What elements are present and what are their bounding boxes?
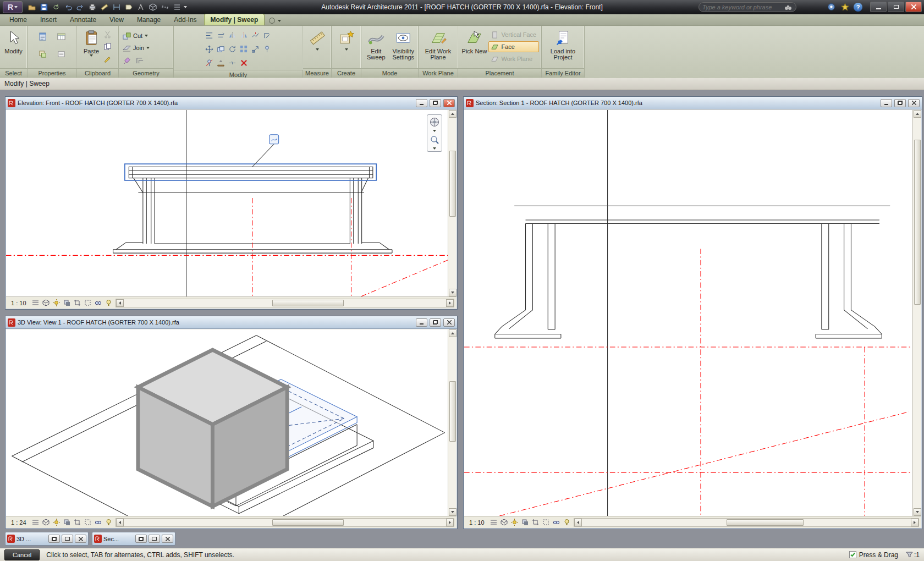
view-scale-button[interactable]: 1 : 10 (8, 299, 29, 307)
maximize-button[interactable] (148, 535, 160, 543)
ribbon-state-toggle-icon[interactable] (269, 18, 275, 24)
split-with-gap-icon[interactable] (227, 58, 238, 68)
tab-add-ins[interactable]: Add-Ins (168, 14, 202, 25)
shadows-icon[interactable] (63, 299, 72, 307)
detail-level-icon[interactable] (31, 299, 40, 307)
close-button[interactable] (443, 318, 455, 327)
aligned-dimension-icon[interactable] (111, 2, 122, 13)
sync-icon[interactable] (51, 2, 61, 13)
minimize-button[interactable] (416, 99, 427, 107)
cut-geometry-button[interactable]: Cut (120, 30, 172, 42)
close-button[interactable] (443, 99, 455, 107)
close-button[interactable] (75, 535, 86, 543)
default-3d-view-icon[interactable] (147, 2, 158, 13)
match-type-icon[interactable] (102, 53, 113, 64)
modify-button[interactable]: Modify (3, 28, 23, 56)
restore-button[interactable] (135, 535, 147, 543)
paste-button[interactable]: Paste (81, 28, 101, 58)
redo-icon[interactable] (75, 2, 85, 13)
vertical-scrollbar[interactable] (448, 329, 457, 516)
minimized-section-window[interactable]: Sec... (92, 532, 175, 546)
align-icon[interactable] (204, 30, 215, 41)
zoom-dropdown-icon[interactable] (433, 147, 436, 150)
cancel-button[interactable]: Cancel (4, 549, 40, 560)
section-icon[interactable] (160, 2, 170, 13)
help-icon[interactable]: ? (854, 3, 862, 12)
rotate-icon[interactable] (227, 44, 238, 54)
wall-joins-icon[interactable] (135, 55, 145, 65)
visual-style-icon[interactable] (42, 299, 51, 307)
unpin-icon[interactable] (204, 58, 215, 68)
trim-extend-icon[interactable] (262, 30, 272, 41)
temporary-hide-icon[interactable] (94, 299, 103, 307)
press-drag-option[interactable]: Press & Drag (849, 551, 898, 559)
qat-dropdown-icon[interactable] (184, 6, 187, 8)
restore-button[interactable] (430, 318, 441, 327)
load-into-project-button[interactable]: Load into Project (546, 28, 581, 62)
join-geometry-button[interactable]: Join (120, 42, 172, 54)
split-element-icon[interactable] (250, 30, 261, 41)
edit-sweep-button[interactable]: Edit Sweep (362, 28, 390, 62)
sun-path-icon[interactable] (52, 518, 61, 527)
horizontal-scrollbar[interactable] (116, 518, 454, 527)
text-icon[interactable] (135, 2, 146, 13)
detail-level-icon[interactable] (31, 518, 40, 527)
reveal-hidden-icon[interactable] (105, 518, 113, 527)
create-group-button[interactable] (337, 28, 356, 52)
crop-region-visibility-icon[interactable] (84, 518, 92, 527)
tab-manage[interactable]: Manage (131, 14, 167, 25)
view-scale-button[interactable]: 1 : 24 (8, 519, 29, 526)
detail-level-icon[interactable] (490, 518, 498, 527)
shadows-icon[interactable] (521, 518, 530, 527)
undo-icon[interactable] (63, 2, 73, 13)
minimize-button[interactable] (881, 99, 892, 107)
search-input[interactable] (702, 4, 781, 10)
measure-icon[interactable] (99, 2, 109, 13)
thin-lines-icon[interactable] (172, 2, 182, 13)
offset-icon[interactable] (216, 30, 226, 41)
open-icon[interactable] (26, 2, 37, 13)
restore-button[interactable] (894, 99, 906, 107)
tag-icon[interactable] (123, 2, 134, 13)
elevation-drawing-canvas[interactable] (6, 110, 448, 296)
crop-region-visibility-icon[interactable] (542, 518, 551, 527)
mirror-pick-axis-icon[interactable] (227, 30, 238, 41)
crop-view-icon[interactable] (73, 299, 82, 307)
vertical-scrollbar[interactable] (448, 110, 457, 296)
delete-icon[interactable] (239, 58, 249, 68)
wheel-dropdown-icon[interactable] (433, 130, 436, 132)
temporary-hide-icon[interactable] (552, 518, 561, 527)
print-icon[interactable] (87, 2, 97, 13)
type-properties-icon[interactable] (56, 49, 67, 59)
view-scale-button[interactable]: 1 : 10 (466, 519, 487, 526)
crop-region-visibility-icon[interactable] (84, 299, 92, 307)
section-drawing-canvas[interactable] (464, 110, 912, 516)
visual-style-icon[interactable] (500, 518, 509, 527)
favorites-star-icon[interactable] (840, 2, 850, 12)
reveal-hidden-icon[interactable] (563, 518, 571, 527)
view3d-window-titlebar[interactable]: 3D View: View 1 - ROOF HATCH (GORTER 700… (6, 316, 457, 329)
press-drag-checkbox[interactable] (849, 551, 856, 558)
close-window-button[interactable] (905, 2, 922, 12)
tab-modify-sweep[interactable]: Modify | Sweep (204, 14, 265, 25)
restore-button[interactable] (48, 535, 60, 543)
viewcube[interactable] (6, 335, 433, 516)
minimized-3d-window[interactable]: 3D ... (5, 532, 89, 546)
copy-icon[interactable] (216, 44, 226, 54)
move-icon[interactable] (204, 44, 215, 54)
restore-button[interactable] (430, 99, 441, 107)
sun-path-icon[interactable] (52, 299, 61, 307)
maximize-button[interactable] (62, 535, 73, 543)
search-binoculars-icon[interactable] (783, 2, 793, 13)
visual-style-icon[interactable] (42, 518, 51, 527)
vertical-scrollbar[interactable] (912, 110, 921, 516)
horizontal-scrollbar[interactable] (574, 518, 919, 527)
family-category-icon[interactable] (37, 49, 48, 59)
tab-insert[interactable]: Insert (34, 14, 63, 25)
tab-annotate[interactable]: Annotate (64, 14, 102, 25)
zoom-icon[interactable] (429, 134, 440, 145)
crop-view-icon[interactable] (531, 518, 540, 527)
copy-clipboard-icon[interactable] (102, 41, 113, 52)
tab-view[interactable]: View (103, 14, 130, 25)
temporary-hide-icon[interactable] (94, 518, 103, 527)
